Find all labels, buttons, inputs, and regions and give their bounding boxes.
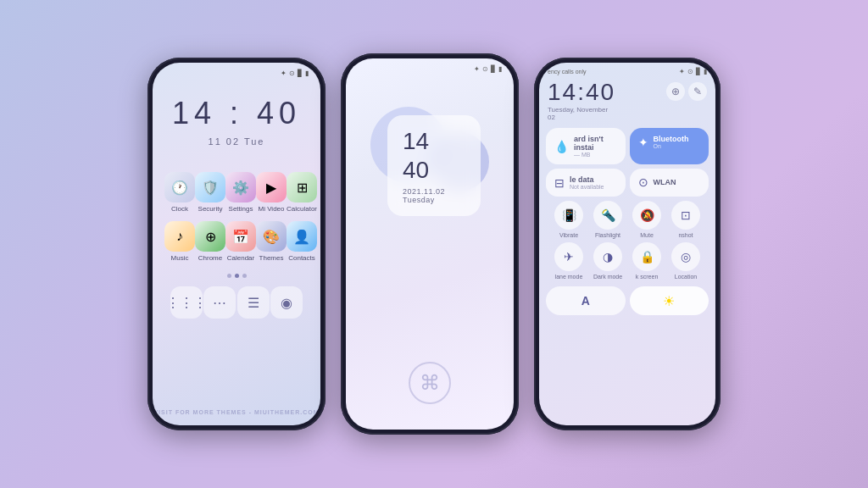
app-contacts[interactable]: 👤 Contacts: [287, 221, 317, 262]
settings-label: Settings: [229, 205, 253, 213]
lockscreen-circle: 🔒: [632, 242, 661, 271]
cc-mute[interactable]: 🔕 Mute: [632, 201, 661, 238]
bubbles-widget: 14 40 2021.11.02 Tuesday: [362, 90, 498, 242]
calendar-icon: 📅: [225, 221, 256, 252]
settings-icon3[interactable]: ✎: [688, 82, 707, 101]
cc-row-tiles-1: 💧 ard isn't instai — MB ✦ Bluetooth: [546, 128, 709, 164]
water-tile-title: ard isn't instai: [574, 135, 617, 152]
cc-row-tiles-2: ⊟ le data Not available ⊙ WLAN: [546, 169, 709, 197]
bt-icon3: ✦: [679, 68, 685, 75]
water-tile-sub: — MB: [574, 152, 617, 158]
battery-icon2: ▮: [498, 65, 502, 73]
cc-brightness-btn[interactable]: ☀: [630, 286, 709, 315]
app-row-2: ♪ Music ⊕ Chrome 📅 Calendar 🎨 Themes: [164, 221, 309, 262]
cc-flashlight[interactable]: 🔦 Flashlight: [593, 201, 622, 238]
lockscreen-label: k screen: [636, 274, 658, 280]
mute-circle: 🔕: [632, 201, 661, 230]
phone1-date: 11 02 Tue: [153, 136, 320, 147]
darkmode-label: Dark mode: [593, 274, 622, 280]
cc-water-tile[interactable]: 💧 ard isn't instai — MB: [546, 128, 626, 164]
bottom-dock: ⋮⋮⋮ ⋯ ☰ ◉: [153, 281, 320, 324]
phone3-status-icons: ✦ ⊙ ▊ ▮: [679, 68, 707, 75]
cc-location[interactable]: ◎ Location: [671, 242, 700, 280]
cc-vibrate[interactable]: 📳 Vibrate: [554, 201, 583, 238]
phone3-time: 14:40: [548, 79, 615, 106]
clock-icon: 🕐: [164, 172, 195, 202]
app-row-1: 🕐 Clock 🛡️ Security ⚙️ Settings ▶ Mi Vid…: [164, 172, 309, 213]
page-dots: [153, 274, 320, 278]
phone-3: ency calls only ✦ ⊙ ▊ ▮ 14:40 Tuesday, N…: [534, 58, 721, 430]
cc-data-tile[interactable]: ⊟ le data Not available: [546, 169, 626, 197]
phone2-status-icons: ✦ ⊙ ▊ ▮: [474, 65, 502, 73]
dock-icon-2[interactable]: ⋯: [203, 286, 236, 319]
cc-lockscreen[interactable]: 🔒 k screen: [632, 242, 661, 280]
signal-icon3: ▊: [696, 68, 701, 75]
control-center-grid: 💧 ard isn't instai — MB ✦ Bluetooth: [539, 125, 715, 283]
screenshot-label: nshot: [678, 232, 693, 238]
cc-icons-row-2: ✈ lane mode ◑ Dark mode 🔒 k screen ◎ Loc…: [546, 242, 709, 280]
contacts-icon: 👤: [287, 221, 317, 252]
app-chrome[interactable]: ⊕ Chrome: [195, 221, 225, 262]
chrome-label: Chrome: [198, 254, 222, 262]
contacts-label: Contacts: [288, 254, 315, 262]
themes-label: Themes: [259, 254, 284, 262]
app-video[interactable]: ▶ Mi Video: [256, 172, 287, 213]
cc-screenshot[interactable]: ⊡ nshot: [671, 201, 700, 238]
status-icons: ✦ ⊙ ▊ ▮: [281, 69, 309, 77]
calc-label: Calculator: [287, 205, 317, 213]
cc-airplane[interactable]: ✈ lane mode: [554, 242, 583, 280]
bluetooth-tile-icon: ✦: [638, 136, 648, 149]
dock-icon-1[interactable]: ⋮⋮⋮: [170, 286, 203, 319]
brightness-icon: ☀: [663, 293, 675, 309]
airplane-label: lane mode: [555, 274, 583, 280]
phone3-status-bar: ency calls only ✦ ⊙ ▊ ▮: [539, 63, 715, 77]
cc-bluetooth-tile[interactable]: ✦ Bluetooth On: [630, 128, 709, 164]
app-clock[interactable]: 🕐 Clock: [164, 172, 195, 213]
lock-weekday: Tuesday: [403, 196, 435, 204]
time-hours: 14: [403, 128, 429, 154]
app-calc[interactable]: ⊞ Calculator: [287, 172, 317, 213]
cc-darkmode[interactable]: ◑ Dark mode: [593, 242, 622, 280]
cc-wlan-tile[interactable]: ⊙ WLAN: [630, 169, 709, 197]
a-icon: A: [581, 294, 590, 308]
dock-icon-3[interactable]: ☰: [237, 286, 270, 319]
airplane-circle: ✈: [554, 242, 583, 271]
battery-icon3: ▮: [704, 68, 707, 75]
app-themes[interactable]: 🎨 Themes: [256, 221, 287, 262]
wifi-icon2: ⊙: [482, 65, 488, 73]
dock-icon-4[interactable]: ◉: [270, 286, 303, 319]
edit-icon[interactable]: ⊕: [666, 82, 685, 101]
bt-icon: ✦: [474, 65, 480, 73]
lock-date: 2021.11.02: [403, 187, 445, 196]
data-tile-title: le data: [570, 175, 604, 184]
battery-icon: ▮: [305, 69, 309, 77]
phone-2: ✦ ⊙ ▊ ▮ 14 40 2021.11.02 Tuesday: [341, 53, 519, 435]
security-icon: 🛡️: [195, 172, 225, 202]
fingerprint-button[interactable]: ⌘: [409, 362, 451, 404]
dot-1: [227, 274, 231, 278]
screenshot-circle: ⊡: [671, 201, 700, 230]
video-icon: ▶: [256, 172, 287, 202]
time-card: 14 40 2021.11.02 Tuesday: [387, 115, 481, 216]
music-label: Music: [171, 254, 189, 262]
app-security[interactable]: 🛡️ Security: [195, 172, 225, 213]
screen-2: ✦ ⊙ ▊ ▮ 14 40 2021.11.02 Tuesday: [346, 58, 514, 430]
dot-2: [235, 274, 239, 278]
vibrate-label: Vibrate: [559, 232, 578, 238]
app-music[interactable]: ♪ Music: [164, 221, 195, 262]
data-tile-icon: ⊟: [554, 176, 565, 190]
signal-icon2: ▊: [491, 65, 496, 73]
app-calendar[interactable]: 📅 Calendar: [225, 221, 256, 262]
flashlight-label: Flashlight: [595, 232, 620, 238]
phone3-time-header: 14:40 Tuesday, November 02 ⊕ ✎: [539, 77, 715, 125]
bluetooth-icon: ✦: [281, 69, 287, 77]
app-grid: 🕐 Clock 🛡️ Security ⚙️ Settings ▶ Mi Vid…: [153, 147, 320, 269]
music-icon: ♪: [164, 221, 195, 252]
phone1-time: 14 : 40: [153, 96, 320, 131]
wifi-icon3: ⊙: [687, 68, 693, 75]
status-text: ency calls only: [548, 69, 587, 75]
phone3-date-2: 02: [548, 114, 615, 121]
app-settings[interactable]: ⚙️ Settings: [225, 172, 256, 213]
time-minutes: 40: [403, 157, 429, 183]
cc-bottom-a-btn[interactable]: A: [546, 286, 626, 315]
